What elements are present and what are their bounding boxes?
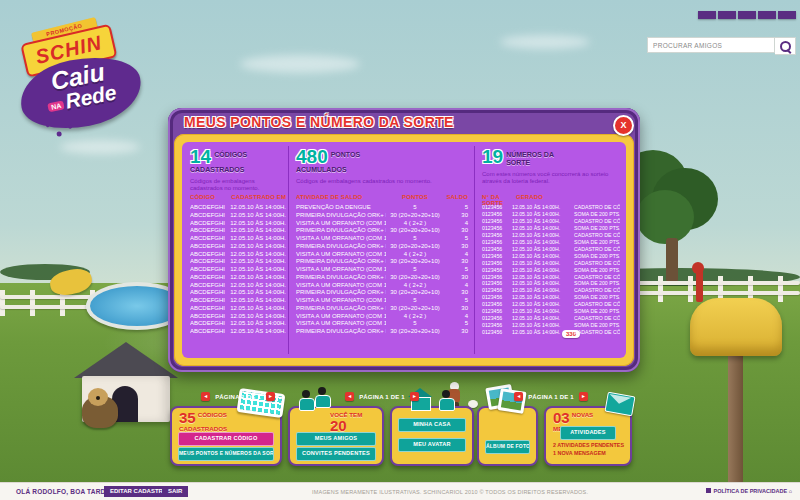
- table-row: 0123456 12.05.10 ÀS 14:00H. CADASTRO DE …: [482, 232, 620, 239]
- activity-cell: PRIMEIRA DIVULGAÇÃO ORK+ FACE + TW: [296, 227, 386, 235]
- codes-table-header: CÓDIGO CADASTRADO EM: [190, 194, 286, 202]
- lucky-number-cell: 0123456: [482, 322, 512, 329]
- date-cell: 12.05.10 ÀS 14:00H.: [228, 289, 286, 297]
- activities-button[interactable]: ATIVIDADES: [560, 426, 616, 440]
- prev-page-button[interactable]: ◄: [201, 392, 210, 401]
- source-cell: CADASTRO DE CÓD.: [574, 218, 620, 225]
- balance-cell: 5: [444, 204, 468, 212]
- table-row: ABCDEFGHI 12.05.10 ÀS 14:00H.: [190, 305, 286, 313]
- table-row: VISITA A UM ORFANATO (COM 10 AMIGOS) 5 5: [296, 297, 468, 305]
- modal-content: 14 CÓDIGOS CADASTRADOS Códigos de embala…: [182, 142, 626, 358]
- lucky-number-cell: 0123456: [482, 239, 512, 246]
- my-house-button[interactable]: MINHA CASA: [398, 418, 466, 432]
- search-button[interactable]: [775, 37, 796, 55]
- column-header: N° DA SORTE: [482, 194, 516, 202]
- prev-page-button[interactable]: ◄: [514, 392, 523, 401]
- card-home: MINHA CASA MEU AVATAR: [390, 406, 474, 466]
- points-cell: 5: [386, 235, 444, 243]
- activity-cell: VISITA A UM ORFANATO (COM 10 AMIGOS): [296, 297, 386, 305]
- column-header: SALDO: [444, 194, 468, 202]
- lucky-table-header: N° DA SORTE GERADO: [482, 194, 620, 202]
- nav-item[interactable]: [698, 11, 716, 19]
- pending-activities-text[interactable]: 2 ATIVIDADES PENDENTES: [553, 442, 624, 449]
- logout-button[interactable]: SAIR: [162, 486, 188, 497]
- code-cell: ABCDEFGHI: [190, 227, 228, 235]
- prev-page-button[interactable]: ◄: [345, 392, 354, 401]
- table-row: ABCDEFGHI 12.05.10 ÀS 14:00H.: [190, 289, 286, 297]
- next-page-button[interactable]: ►: [266, 392, 275, 401]
- table-row: ABCDEFGHI 12.05.10 ÀS 14:00H.: [190, 282, 286, 290]
- pagination-label: PÁGINA 1 DE 1: [359, 394, 405, 400]
- my-friends-button[interactable]: MEUS AMIGOS: [296, 432, 376, 446]
- activity-cell: PREVENÇÃO DA DENGUE: [296, 204, 386, 212]
- table-row: ABCDEFGHI 12.05.10 ÀS 14:00H.: [190, 220, 286, 228]
- pending-invites-button[interactable]: CONVITES PENDENTES: [296, 447, 376, 461]
- stat-value: 14: [190, 148, 211, 166]
- table-row: 0123456 12.05.10 ÀS 14:00H. SOMA DE 200 …: [482, 322, 620, 329]
- my-points-button[interactable]: MEUS PONTOS E NÚMEROS DA SORTE: [178, 447, 274, 461]
- source-cell: SOMA DE 200 PTS.: [574, 225, 620, 232]
- lucky-number-cell: 0123456: [482, 301, 512, 308]
- codes-pagination: ◄ PÁGINA 1 DE 1 ►: [190, 392, 286, 401]
- home-icon[interactable]: ⌂: [789, 488, 792, 494]
- greeting-text: OLÁ RODOLFO, BOA TARDE.: [16, 488, 112, 495]
- table-row: PRIMEIRA DIVULGAÇÃO ORK+ FACE + TW 30 (2…: [296, 305, 468, 313]
- table-row: ABCDEFGHI 12.05.10 ÀS 14:00H.: [190, 274, 286, 282]
- date-cell: 12.05.10 ÀS 14:00H.: [512, 246, 574, 253]
- next-page-button[interactable]: ►: [579, 392, 588, 401]
- balance-cell: 30: [444, 227, 468, 235]
- next-page-button[interactable]: ►: [410, 392, 419, 401]
- date-cell: 12.05.10 ÀS 14:00H.: [512, 329, 574, 336]
- nav-item[interactable]: [758, 11, 776, 19]
- photo-album-button[interactable]: ÁLBUM DE FOTOS: [485, 440, 530, 454]
- paw-dot: [56, 131, 61, 136]
- lucky-numbers-table: N° DA SORTE GERADO 0123456 12.05.10 ÀS 1…: [482, 194, 620, 358]
- activity-cell: PRIMEIRA DIVULGAÇÃO ORK+ FACE + TW: [296, 212, 386, 220]
- nav-item[interactable]: [718, 11, 736, 19]
- table-row: PRIMEIRA DIVULGAÇÃO ORK+ FACE + TW 30 (2…: [296, 258, 468, 266]
- date-cell: 12.05.10 ÀS 14:00H.: [512, 301, 574, 308]
- nav-item[interactable]: [738, 11, 756, 19]
- activities-table-header: ATIVIDADE DE SALDO PONTOS SALDO: [296, 194, 468, 202]
- points-cell: 5: [386, 266, 444, 274]
- my-avatar-button[interactable]: MEU AVATAR: [398, 438, 466, 452]
- close-icon[interactable]: X: [613, 115, 634, 136]
- code-cell: ABCDEFGHI: [190, 320, 228, 328]
- code-cell: ABCDEFGHI: [190, 274, 228, 282]
- table-row: 0123456 12.05.10 ÀS 14:00H. SOMA DE 200 …: [482, 225, 620, 232]
- cloud: [500, 35, 590, 49]
- table-row: 0123456 12.05.10 ÀS 14:00H. SOMA DE 200 …: [482, 280, 620, 287]
- privacy-label: POLÍTICA DE PRIVACIDADE: [713, 488, 787, 494]
- new-message-text[interactable]: 1 NOVA MENSAGEM: [553, 450, 606, 457]
- balance-cell: 30: [444, 274, 468, 282]
- code-cell: ABCDEFGHI: [190, 243, 228, 251]
- table-row: 0123456 12.05.10 ÀS 14:00H. SOMA DE 200 …: [482, 294, 620, 301]
- lucky-number-cell: 0123456: [482, 246, 512, 253]
- column-header: PONTOS: [386, 194, 444, 202]
- codes-table-rows: ABCDEFGHI 12.05.10 ÀS 14:00H. ABCDEFGHI …: [190, 204, 286, 336]
- date-cell: 12.05.10 ÀS 14:00H.: [228, 235, 286, 243]
- points-cell: 30 (20+20+20+10): [386, 258, 444, 266]
- nav-item[interactable]: [778, 11, 796, 19]
- code-cell: ABCDEFGHI: [190, 282, 228, 290]
- date-cell: 12.05.10 ÀS 14:00H.: [228, 274, 286, 282]
- logo[interactable]: PROMOÇÃO SCHIN Caiu NARede: [4, 0, 152, 134]
- table-row: 0123456 12.05.10 ÀS 14:00H. SOMA DE 200 …: [482, 308, 620, 315]
- lucky-number-cell: 0123456: [482, 294, 512, 301]
- table-row: ABCDEFGHI 12.05.10 ÀS 14:00H.: [190, 235, 286, 243]
- code-cell: ABCDEFGHI: [190, 305, 228, 313]
- table-row: VISITA A UM ORFANATO (COM 10 AMIGOS) 4 (…: [296, 220, 468, 228]
- date-cell: 12.05.10 ÀS 14:00H.: [512, 308, 574, 315]
- search-input[interactable]: [647, 37, 775, 53]
- activity-cell: VISITA A UM ORFANATO (COM 10 AMIGOS): [296, 313, 386, 321]
- activities-table-rows: PREVENÇÃO DA DENGUE 5 5 PRIMEIRA DIVULGA…: [296, 204, 468, 336]
- table-row: 0123456 12.05.10 ÀS 14:00H. CADASTRO DE …: [482, 274, 620, 281]
- date-cell: 12.05.10 ÀS 14:00H.: [228, 204, 286, 212]
- activity-cell: PRIMEIRA DIVULGAÇÃO ORK+ FACE + TW: [296, 243, 386, 251]
- privacy-policy-link[interactable]: POLÍTICA DE PRIVACIDADE ⌂: [706, 488, 792, 494]
- card-friends: VOCÊ TEM 20 AMIGOS MEUS AMIGOS CONVITES …: [288, 406, 384, 466]
- register-code-button[interactable]: CADASTRAR CÓDIGO: [178, 432, 274, 446]
- mailbox: [690, 298, 782, 356]
- divider: [288, 146, 289, 354]
- points-cell: 4 ( 2+2 ): [386, 220, 444, 228]
